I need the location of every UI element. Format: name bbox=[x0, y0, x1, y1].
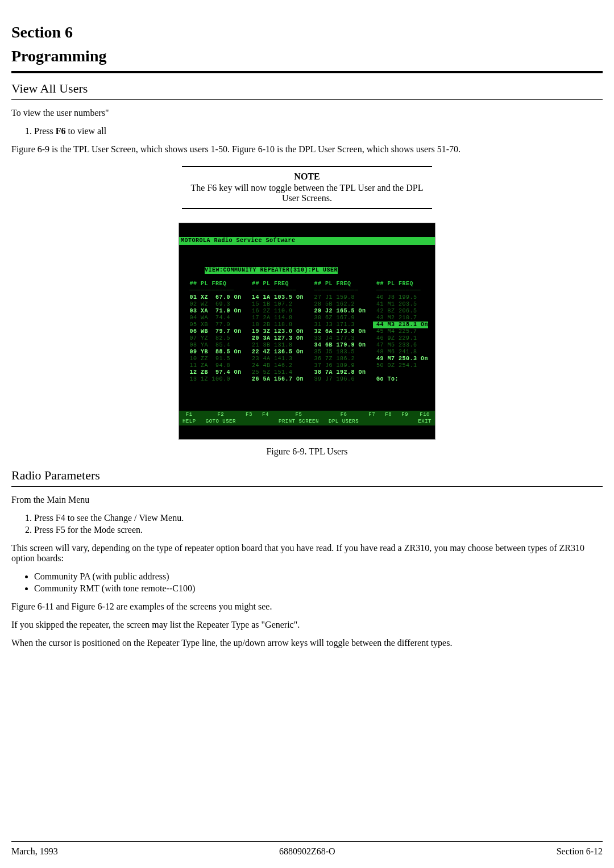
terminal-row: 17 2A 114.8 bbox=[248, 315, 304, 322]
terminal-row: 27 J1 159.8 bbox=[310, 294, 366, 301]
rule-thin-2 bbox=[11, 486, 603, 487]
terminal-subheader: VIEW:COMMUNITY REPEATER(310):PL USER bbox=[205, 267, 338, 274]
terminal-row: 40 J8 199.5 bbox=[373, 294, 429, 301]
terminal-row: 32 6A 173.8 On bbox=[310, 328, 366, 335]
terminal-column: ## PL FREQ ──────────── 14 1A 103.5 On 1… bbox=[244, 281, 307, 383]
terminal-col-header: ## PL FREQ bbox=[248, 281, 304, 287]
terminal-row: 06 WB 79.7 On bbox=[186, 328, 242, 335]
terminal-row: 21 3B 131.8 bbox=[248, 342, 304, 349]
terminal-screenshot: MOTOROLA Radio Service Software VIEW:COM… bbox=[179, 223, 435, 440]
func-key-f4: F4 bbox=[262, 411, 269, 425]
func-key-f1: F1 HELP bbox=[182, 411, 196, 425]
note-rule-bottom bbox=[182, 208, 432, 209]
terminal-row: 29 J2 165.5 On bbox=[310, 308, 366, 315]
func-key-f8: F8 bbox=[385, 411, 392, 425]
terminal-row: 47 M5 233.6 bbox=[373, 342, 429, 349]
terminal-column: ## PL FREQ ──────────── 40 J8 199.5 41 M… bbox=[370, 281, 432, 383]
step-press-f6: Press F6 to view all bbox=[34, 126, 603, 136]
terminal-col-header: ## PL FREQ bbox=[310, 281, 366, 287]
note-title: NOTE bbox=[182, 172, 432, 182]
bullet-community-rmt: Community RMT (with tone remote--C100) bbox=[34, 583, 603, 594]
radio-examples: Figure 6-11 and Figure 6-12 are examples… bbox=[11, 602, 603, 612]
terminal-row: 23 4A 141.3 bbox=[248, 356, 304, 362]
radio-skipped: If you skipped the repeater, the screen … bbox=[11, 620, 603, 630]
terminal-row: 18 2B 118.8 bbox=[248, 322, 304, 328]
terminal-row: 02 WZ 69.3 bbox=[186, 301, 242, 308]
terminal-row: 08 YA 85.4 bbox=[186, 342, 242, 349]
terminal-row: 42 8Z 206.5 bbox=[373, 308, 429, 315]
terminal-row: 10 ZZ 91.5 bbox=[186, 356, 242, 362]
terminal-row: 03 XA 71.9 On bbox=[186, 308, 242, 315]
rule-heavy bbox=[11, 71, 603, 73]
terminal-column: ## PL FREQ ──────────── 01 XZ 67.0 On 02… bbox=[182, 281, 245, 383]
radio-para1: This screen will vary, depending on the … bbox=[11, 543, 603, 564]
terminal-row: 33 J4 177.3 bbox=[310, 335, 366, 342]
page-footer: March, 1993 6880902Z68-O Section 6-12 bbox=[11, 841, 603, 857]
rule-thin-1 bbox=[11, 99, 603, 100]
terminal-row: 07 YZ 82.5 bbox=[186, 335, 242, 342]
terminal-goto-label: Go To: bbox=[373, 376, 429, 383]
terminal-row: 39 J7 196.6 bbox=[310, 376, 366, 383]
footer-center: 6880902Z68-O bbox=[279, 846, 335, 857]
section-title-line1: Section 6 bbox=[11, 23, 603, 42]
terminal-row: 16 2Z 110.9 bbox=[248, 308, 304, 315]
terminal-row: 20 3A 127.3 On bbox=[248, 335, 304, 342]
terminal-row: 09 YB 88.5 On bbox=[186, 349, 242, 356]
terminal-row: 15 1B 107.2 bbox=[248, 301, 304, 308]
terminal-row: 26 5A 156.7 On bbox=[248, 376, 304, 383]
section-title-line2: Programming bbox=[11, 47, 603, 66]
note-body: The F6 key will now toggle between the T… bbox=[182, 183, 432, 203]
func-key-f3: F3 bbox=[246, 411, 252, 425]
terminal-row: 46 9Z 229.1 bbox=[373, 335, 429, 342]
terminal-col-header: ## PL FREQ bbox=[186, 281, 242, 287]
func-key-f10: F10 EXIT bbox=[418, 411, 432, 425]
terminal-row: 44 M3 218.1 On bbox=[373, 322, 429, 328]
terminal-column: ## PL FREQ ──────────── 27 J1 159.8 28 5… bbox=[307, 281, 370, 383]
terminal-row: 28 5B 162.2 bbox=[310, 301, 366, 308]
terminal-row: 11 ZA 94.8 bbox=[186, 362, 242, 369]
terminal-titlebar: MOTOROLA Radio Service Software bbox=[179, 237, 435, 245]
terminal-row: 13 1Z 100.0 bbox=[186, 376, 242, 383]
footer-right: Section 6-12 bbox=[557, 846, 603, 857]
terminal-row: 05 XB 77.0 bbox=[186, 322, 242, 328]
bullet-community-pa: Community PA (with public address) bbox=[34, 571, 603, 582]
terminal-row: 01 XZ 67.0 On bbox=[186, 294, 242, 301]
figure-caption: Figure 6-9. TPL Users bbox=[11, 446, 603, 457]
terminal-row: 41 M1 203.5 bbox=[373, 301, 429, 308]
terminal-row: 30 6Z 167.9 bbox=[310, 315, 366, 322]
terminal-row: 50 0Z 254.1 bbox=[373, 362, 429, 369]
terminal-row: 48 M6 241.8 bbox=[373, 349, 429, 356]
terminal-row: 43 M2 210.7 bbox=[373, 315, 429, 322]
radio-cursor: When the cursor is positioned on the Rep… bbox=[11, 638, 603, 648]
terminal-row: 31 J3 171.3 bbox=[310, 322, 366, 328]
terminal-row: 49 M7 250.3 On bbox=[373, 356, 429, 362]
view-users-intro: To view the user numbers" bbox=[11, 108, 603, 118]
func-key-f9: F9 bbox=[401, 411, 408, 425]
radio-intro: From the Main Menu bbox=[11, 495, 603, 505]
terminal-row: 38 7A 192.8 On bbox=[310, 369, 366, 376]
heading-view-all-users: View All Users bbox=[11, 81, 603, 96]
terminal-row: 04 WA 74.4 bbox=[186, 315, 242, 322]
step-press-f4: Press F4 to see the Change / View Menu. bbox=[34, 513, 603, 523]
footer-left: March, 1993 bbox=[11, 846, 58, 857]
terminal-row: 12 ZB 97.4 On bbox=[186, 369, 242, 376]
heading-radio-parameters: Radio Parameters bbox=[11, 468, 603, 483]
step-press-f5: Press F5 for the Mode screen. bbox=[34, 525, 603, 535]
terminal-row: 19 3Z 123.0 On bbox=[248, 328, 304, 335]
note-rule-top bbox=[182, 166, 432, 167]
terminal-row: 22 4Z 136.5 On bbox=[248, 349, 304, 356]
figure-sentence: Figure 6-9 is the TPL User Screen, which… bbox=[11, 144, 603, 155]
func-key-f5: F5 PRINT SCREEN bbox=[279, 411, 319, 425]
func-key-f6: F6 DPL USERS bbox=[329, 411, 359, 425]
func-key-f2: F2 GOTO USER bbox=[206, 411, 236, 425]
terminal-row: 36 7Z 186.2 bbox=[310, 356, 366, 362]
terminal-row: 37 J6 189.9 bbox=[310, 362, 366, 369]
terminal-row: 24 4B 146.2 bbox=[248, 362, 304, 369]
terminal-row: 34 6B 179.9 On bbox=[310, 342, 366, 349]
terminal-funcbar: F1 HELPF2 GOTO USERF3 F4 F5 PRINT SCREEN… bbox=[179, 411, 435, 425]
func-key-f7: F7 bbox=[368, 411, 375, 425]
note-box: NOTE The F6 key will now toggle between … bbox=[182, 166, 432, 209]
terminal-row: 45 M4 225.7 bbox=[373, 328, 429, 335]
bold-f6: F6 bbox=[56, 126, 66, 136]
terminal-row: 14 1A 103.5 On bbox=[248, 294, 304, 301]
